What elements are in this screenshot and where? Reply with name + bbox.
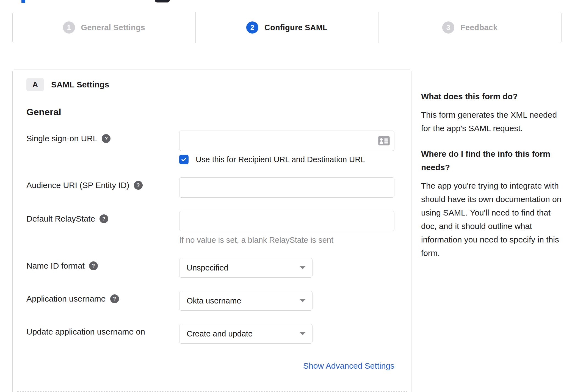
update-username-on-control: Create and update xyxy=(179,324,394,344)
step-configure-saml[interactable]: 2 Configure SAML xyxy=(195,12,378,43)
help-heading-2: Where do I find the info this form needs… xyxy=(421,147,562,174)
cropped-header-fragment xyxy=(155,0,170,2)
step-feedback[interactable]: 3 Feedback xyxy=(378,12,561,43)
help-icon[interactable]: ? xyxy=(89,261,98,270)
single-sign-on-url-label: Single sign-on URL ? xyxy=(26,131,179,164)
single-sign-on-url-row: Single sign-on URL ? xyxy=(26,131,394,164)
application-username-value: Okta username xyxy=(187,296,241,305)
help-body-2: The app you're trying to integrate with … xyxy=(421,179,562,260)
help-sidebar: What does this form do? This form genera… xyxy=(421,90,562,272)
name-id-format-row: Name ID format ? Unspecified xyxy=(26,258,394,278)
recipient-url-checkbox-label: Use this for Recipient URL and Destinati… xyxy=(196,155,365,164)
application-username-label: Application username ? xyxy=(26,291,179,311)
audience-uri-control xyxy=(179,177,394,198)
check-icon xyxy=(181,156,187,163)
section-a-badge: A xyxy=(26,78,44,91)
contact-card-icon[interactable] xyxy=(378,136,390,145)
step-3-label: Feedback xyxy=(460,23,497,32)
single-sign-on-url-control: Use this for Recipient URL and Destinati… xyxy=(179,131,394,164)
step-2-label: Configure SAML xyxy=(264,23,328,32)
step-3-circle: 3 xyxy=(442,21,454,34)
cropped-logo-fragment xyxy=(21,0,25,3)
help-icon[interactable]: ? xyxy=(110,294,119,303)
default-relaystate-control: If no value is set, a blank RelayState i… xyxy=(179,211,394,245)
update-username-on-row: Update application username on Create an… xyxy=(26,324,394,344)
show-advanced-settings-link[interactable]: Show Advanced Settings xyxy=(303,361,394,370)
screen: 1 General Settings 2 Configure SAML 3 Fe… xyxy=(0,0,575,392)
relaystate-hint: If no value is set, a blank RelayState i… xyxy=(179,236,394,245)
saml-settings-panel: A SAML Settings General Single sign-on U… xyxy=(12,70,411,392)
help-icon[interactable]: ? xyxy=(99,214,108,223)
default-relaystate-row: Default RelayState ? If no value is set,… xyxy=(26,211,394,245)
update-username-on-label-text: Update application username on xyxy=(26,327,145,337)
chevron-down-icon xyxy=(300,299,305,302)
name-id-format-value: Unspecified xyxy=(187,263,228,272)
step-general-settings[interactable]: 1 General Settings xyxy=(13,12,195,43)
chevron-down-icon xyxy=(300,332,305,335)
general-section-heading: General xyxy=(26,107,394,117)
help-icon[interactable]: ? xyxy=(102,134,110,143)
application-username-select[interactable]: Okta username xyxy=(179,291,313,311)
update-username-on-label: Update application username on xyxy=(26,324,179,344)
default-relaystate-label: Default RelayState ? xyxy=(26,211,179,245)
name-id-format-label: Name ID format ? xyxy=(26,258,179,278)
audience-uri-label: Audience URI (SP Entity ID) ? xyxy=(26,177,179,198)
update-username-on-select[interactable]: Create and update xyxy=(179,324,313,344)
panel-title: SAML Settings xyxy=(51,80,109,89)
audience-uri-label-text: Audience URI (SP Entity ID) xyxy=(26,180,129,191)
single-sign-on-url-label-text: Single sign-on URL xyxy=(26,133,97,144)
help-body-1: This form generates the XML needed for t… xyxy=(421,108,562,135)
name-id-format-control: Unspecified xyxy=(179,258,394,278)
wizard-stepper: 1 General Settings 2 Configure SAML 3 Fe… xyxy=(12,12,562,43)
single-sign-on-url-input[interactable] xyxy=(179,131,394,151)
application-username-control: Okta username xyxy=(179,291,394,311)
step-2-circle: 2 xyxy=(246,21,258,34)
recipient-url-checkbox[interactable] xyxy=(179,155,189,164)
help-heading-1: What does this form do? xyxy=(421,90,562,103)
recipient-url-checkbox-row: Use this for Recipient URL and Destinati… xyxy=(179,155,394,164)
update-username-on-value: Create and update xyxy=(187,329,253,338)
name-id-format-label-text: Name ID format xyxy=(26,261,85,271)
step-1-label: General Settings xyxy=(81,23,145,32)
chevron-down-icon xyxy=(300,266,305,269)
help-icon[interactable]: ? xyxy=(134,181,143,190)
default-relaystate-input[interactable] xyxy=(179,211,394,231)
audience-uri-input[interactable] xyxy=(179,177,394,198)
step-1-circle: 1 xyxy=(63,21,75,34)
application-username-label-text: Application username xyxy=(26,294,106,304)
default-relaystate-label-text: Default RelayState xyxy=(26,214,95,224)
name-id-format-select[interactable]: Unspecified xyxy=(179,258,313,278)
application-username-row: Application username ? Okta username xyxy=(26,291,394,311)
audience-uri-row: Audience URI (SP Entity ID) ? xyxy=(26,177,394,198)
advanced-settings-row: Show Advanced Settings xyxy=(26,361,394,371)
panel-header: A SAML Settings xyxy=(26,78,394,91)
